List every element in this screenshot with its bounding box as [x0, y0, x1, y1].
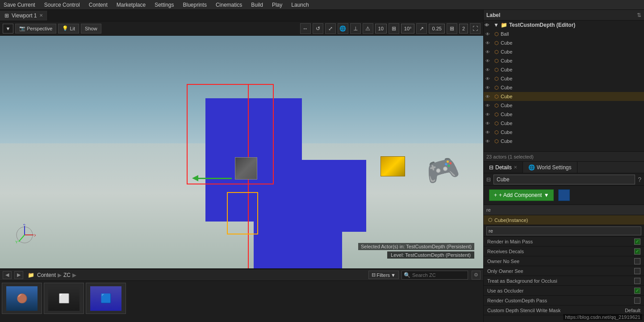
- warning-icon-btn[interactable]: ⚠: [363, 23, 373, 34]
- outliner-item-cube-6[interactable]: 👁 ⬡ Cube: [484, 83, 644, 92]
- outliner-item-cube-10[interactable]: 👁 ⬡ Cube: [484, 119, 644, 128]
- component-instance-item[interactable]: ⬡ Cube(Instance): [484, 215, 644, 225]
- add-component-button[interactable]: + + Add Component ▼: [489, 189, 554, 201]
- lit-button[interactable]: 💡 Lit: [58, 24, 79, 33]
- details-name-input[interactable]: [493, 175, 635, 184]
- tab-world-settings[interactable]: 🌐 World Settings: [523, 162, 577, 173]
- menu-save-current[interactable]: Save Current: [2, 1, 37, 9]
- prop-checkbox-occluder[interactable]: [634, 288, 640, 294]
- surface-snap-btn[interactable]: ⊥: [350, 23, 361, 34]
- right-panel: Label ⇅ 👁 ▼ 📁 TestCustomDepth (Editor) 👁…: [483, 10, 644, 322]
- menu-source-control[interactable]: Source Control: [42, 1, 82, 9]
- translate-icon-btn[interactable]: ↔: [300, 23, 311, 34]
- perspective-button[interactable]: 📷 Perspective: [15, 24, 56, 33]
- cb-breadcrumb-zc[interactable]: ZC: [63, 272, 71, 278]
- menu-blueprints[interactable]: Blueprints: [181, 1, 209, 9]
- angle-value: 10°: [401, 24, 415, 33]
- prop-label-bg-occlusion: Treat as Background for Occlusi: [487, 278, 631, 284]
- outliner-item-cube-9[interactable]: 👁 ⬡ Cube: [484, 110, 644, 119]
- cube11-eye-icon: 👁: [485, 130, 493, 135]
- filters-dropdown-icon: ▼: [391, 272, 396, 278]
- cb-thumb-3[interactable]: 🟦: [86, 283, 126, 314]
- outliner-item-cube-4[interactable]: 👁 ⬡ Cube: [484, 65, 644, 74]
- menu-marketplace[interactable]: Marketplace: [115, 1, 147, 9]
- menu-launch[interactable]: Launch: [289, 1, 310, 9]
- viewport-tab-1[interactable]: ⊞ Viewport 1 ✕: [0, 11, 48, 21]
- cb-settings-btn[interactable]: ⚙: [472, 271, 481, 280]
- cb-breadcrumb-content[interactable]: Content: [37, 272, 56, 278]
- cb-forward-button[interactable]: ▶: [14, 271, 23, 279]
- cb-filter-area: ⊟ Filters ▼: [368, 271, 399, 279]
- prop-checkbox-only-owner-see[interactable]: [634, 268, 640, 274]
- grid-icon-btn[interactable]: ⊞: [389, 23, 399, 34]
- details-close-btn[interactable]: ✕: [514, 165, 517, 170]
- object-orange-box: [227, 192, 258, 234]
- cube1-eye-icon: 👁: [485, 41, 493, 46]
- cb-search-icon: 🔍: [404, 272, 410, 278]
- outliner-item-cube-3[interactable]: 👁 ⬡ Cube: [484, 56, 644, 65]
- tab-details[interactable]: ⊟ Details ✕: [484, 162, 523, 173]
- ball-eye-icon: 👁: [485, 32, 493, 37]
- prop-owner-no-see: Owner No See: [484, 256, 644, 266]
- prop-value-stencil-mask: Default: [625, 308, 640, 313]
- fullscreen-btn[interactable]: ⛶: [470, 23, 481, 34]
- outliner-item-cube-11[interactable]: 👁 ⬡ Cube: [484, 128, 644, 137]
- blueprint-btn[interactable]: [558, 189, 570, 201]
- arrow-head: [192, 175, 198, 181]
- prop-receives-decals: Receives Decals: [484, 247, 644, 256]
- cam-speed-icon[interactable]: ⊞: [447, 23, 457, 34]
- prop-checkbox-bg-occlusion[interactable]: [634, 278, 640, 284]
- menu-settings[interactable]: Settings: [153, 1, 176, 9]
- thumb-3-icon: 🟦: [100, 293, 112, 304]
- menu-play[interactable]: Play: [270, 1, 284, 9]
- cb-back-button[interactable]: ◀: [3, 271, 12, 279]
- scale-num: 2: [459, 24, 468, 33]
- outliner-item-cube-2[interactable]: 👁 ⬡ Cube: [484, 47, 644, 56]
- details-tab-label: Details: [495, 164, 512, 171]
- outliner-item-cube-5[interactable]: 👁 ⬡ Cube: [484, 74, 644, 83]
- cube9-actor-icon: ⬡: [494, 112, 499, 117]
- scale-icon-btn[interactable]: ⤢: [325, 23, 336, 34]
- cb-filters-button[interactable]: ⊟ Filters ▼: [368, 271, 399, 279]
- outliner-header: Label ⇅: [484, 10, 644, 21]
- menu-content[interactable]: Content: [87, 1, 109, 9]
- snap-value: 0.25: [429, 24, 444, 33]
- prop-checkbox-owner-no-see[interactable]: [634, 258, 640, 264]
- cube12-label: Cube: [501, 138, 512, 144]
- outliner-item-cube-selected[interactable]: 👁 ⬡ Cube: [484, 92, 644, 101]
- selected-actor-status: Selected Actor(s) in: TestCustomDepth (P…: [358, 243, 474, 250]
- show-button[interactable]: Show: [81, 24, 101, 33]
- cb-thumb-1[interactable]: 🟤: [2, 283, 42, 314]
- local-world-btn[interactable]: 🌐: [338, 23, 348, 34]
- root-label: TestCustomDepth (Editor): [509, 22, 575, 28]
- maximize-btn[interactable]: ↗: [416, 23, 427, 34]
- cb-search-input[interactable]: [412, 272, 466, 278]
- outliner-item-cube-1[interactable]: 👁 ⬡ Cube: [484, 38, 644, 47]
- viewport-close-button[interactable]: ✕: [39, 13, 43, 18]
- cb-thumb-2[interactable]: ⬜: [44, 283, 84, 314]
- cube10-eye-icon: 👁: [485, 121, 493, 126]
- menu-cinematics[interactable]: Cinematics: [214, 1, 244, 9]
- cube10-label: Cube: [501, 121, 512, 126]
- filter-icon: ⊟: [372, 272, 376, 278]
- prop-checkbox-render-main[interactable]: [634, 238, 640, 245]
- outliner-item-ball[interactable]: 👁 ⬡ Ball: [484, 29, 644, 38]
- outliner-label: Label: [486, 12, 500, 18]
- cube3-eye-icon: 👁: [485, 59, 493, 63]
- details-help-icon[interactable]: ?: [638, 176, 641, 183]
- outliner-sort-icon[interactable]: ⇅: [637, 12, 641, 18]
- grid-size-value: 10: [375, 24, 387, 33]
- cube12-eye-icon: 👁: [485, 139, 493, 144]
- outliner-root-item[interactable]: 👁 ▼ 📁 TestCustomDepth (Editor): [484, 21, 644, 29]
- cube10-actor-icon: ⬡: [494, 121, 499, 126]
- outliner-item-cube-8[interactable]: 👁 ⬡ Cube: [484, 101, 644, 110]
- menu-build[interactable]: Build: [249, 1, 265, 9]
- details-filter-input[interactable]: [486, 226, 641, 235]
- viewport-canvas[interactable]: 🎮 X Z Y Selected Actor(s) in: TestCustom…: [0, 36, 483, 268]
- rotate-icon-btn[interactable]: ↺: [313, 23, 323, 34]
- outliner-item-cube-12[interactable]: 👁 ⬡ Cube: [484, 137, 644, 146]
- viewport-dropdown[interactable]: ▼: [3, 24, 13, 33]
- prop-checkbox-decals[interactable]: [634, 248, 640, 255]
- prop-checkbox-custom-depth[interactable]: [634, 297, 640, 304]
- details-search-icon: ⊟: [486, 176, 491, 183]
